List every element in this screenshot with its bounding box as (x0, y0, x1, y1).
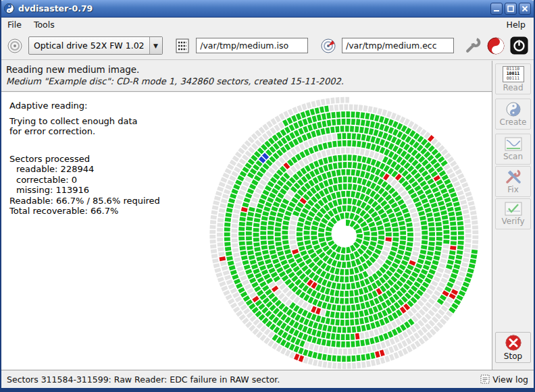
mode-title: Adaptive reading: (9, 101, 160, 111)
sectors-missing: missing: 113916 (9, 185, 160, 196)
create-icon (506, 102, 521, 117)
fix-label: Fix (507, 185, 518, 194)
stop-button[interactable]: Stop (495, 332, 531, 363)
sectors-title: Sectors processed (9, 154, 160, 165)
medium-info: Medium "Example disc": CD-R mode 1, 3428… (6, 76, 492, 86)
verify-icon (505, 202, 522, 216)
maximize-button[interactable] (505, 3, 517, 15)
content-area: Reading new medium image. Medium "Exampl… (1, 61, 534, 370)
readable-percent: Readable: 66.7% / 85.6% required (9, 196, 160, 206)
about-disc-button[interactable] (487, 37, 505, 55)
read-button[interactable]: 01110 10011 00111 Read (495, 63, 531, 94)
read-icon: 01110 10011 00111 (503, 66, 524, 82)
stop-label: Stop (504, 352, 522, 361)
statusbar: Sectors 311584-311599: Raw Reader: EDC f… (1, 370, 534, 388)
view-log-button[interactable]: View log (480, 374, 528, 385)
read-label: Read (503, 83, 523, 92)
status-title: Reading new medium image. (6, 64, 492, 75)
status-message: Sectors 311584-311599: Raw Reader: EDC f… (7, 374, 280, 385)
menu-tools[interactable]: Tools (28, 18, 61, 31)
view-log-icon (480, 374, 490, 384)
menu-help[interactable]: Help (499, 18, 534, 31)
sectors-correctable: correctable: 0 (9, 175, 160, 186)
view-log-label: View log (492, 374, 528, 385)
left-column: Reading new medium image. Medium "Exampl… (1, 61, 492, 370)
sectors-readable: readable: 228944 (9, 164, 160, 175)
menubar: File Tools Help (1, 17, 534, 32)
scan-icon (505, 137, 522, 151)
app-icon (4, 3, 14, 13)
create-label: Create (500, 117, 527, 127)
drive-icon (7, 38, 23, 54)
recoverable-percent: Total recoverable: 66.7% (9, 206, 160, 217)
window-title: dvdisaster-0.79 (18, 3, 93, 13)
menu-file[interactable]: File (1, 18, 28, 31)
titlebar[interactable]: dvdisaster-0.79 (0, 0, 535, 18)
info-panel: Adaptive reading: Trying to collect enou… (9, 101, 160, 217)
image-file-icon (174, 38, 190, 54)
close-button[interactable] (519, 3, 531, 15)
mode-desc-1: Trying to collect enough data (9, 116, 160, 127)
create-button[interactable]: Create (495, 99, 531, 130)
action-sidebar: 01110 10011 00111 Read Create (492, 61, 534, 370)
verify-button[interactable]: Verify (495, 198, 531, 229)
iso-path-input[interactable] (196, 38, 308, 53)
verify-label: Verify (501, 217, 524, 226)
mode-desc-2: for error correction. (9, 126, 160, 137)
reading-panel: Adaptive reading: Trying to collect enou… (1, 92, 492, 370)
minimize-button[interactable] (490, 3, 503, 15)
scan-label: Scan (503, 152, 523, 161)
fix-button[interactable]: Fix (495, 166, 531, 197)
toolbar: Optical drive 52X FW 1.02 ▼ (1, 32, 534, 60)
scan-button[interactable]: Scan (495, 134, 531, 165)
drive-select-value: Optical drive 52X FW 1.02 (29, 40, 149, 51)
ecc-path-input[interactable] (342, 38, 454, 53)
sector-spiral-canvas (203, 92, 489, 370)
fix-icon (505, 169, 521, 184)
quit-button[interactable] (510, 36, 528, 55)
preferences-button[interactable] (465, 37, 482, 54)
chevron-down-icon: ▼ (149, 37, 162, 54)
status-header: Reading new medium image. Medium "Exampl… (1, 61, 492, 92)
app-window: dvdisaster-0.79 File Tools Help (0, 0, 535, 392)
drive-select[interactable]: Optical drive 52X FW 1.02 ▼ (28, 36, 163, 55)
sector-spiral (203, 92, 489, 370)
ecc-file-icon (320, 38, 336, 54)
stop-icon (505, 335, 521, 351)
